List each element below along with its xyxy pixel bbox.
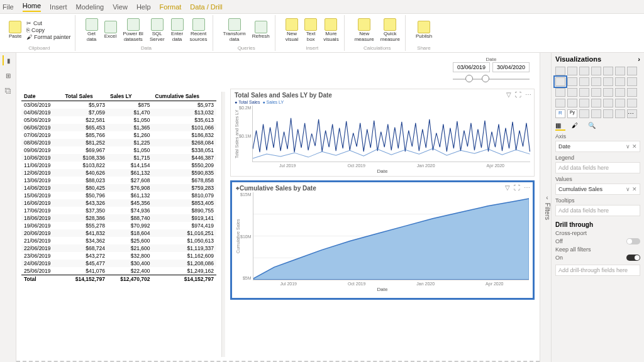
viz-pie[interactable] — [567, 88, 577, 97]
table-row[interactable]: 09/06/2019$69,967$1,050$338,051 — [21, 146, 216, 154]
date-slicer[interactable]: Date 03/06/2019 30/04/2020 — [453, 57, 530, 85]
table-row[interactable]: 22/06/2019$68,724$21,600$1,119,337 — [21, 244, 216, 252]
viz-r[interactable]: R — [555, 109, 565, 118]
filter-icon[interactable]: ▽ — [506, 91, 511, 98]
viz-funnel[interactable] — [627, 77, 637, 86]
recent-sources-button[interactable]: Recent sources — [189, 17, 209, 44]
slicer-from[interactable]: 03/06/2019 — [453, 62, 490, 72]
table-row[interactable]: 19/06/2019$55,278$70,992$974,419 — [21, 222, 216, 229]
area-chart-visual[interactable]: ⌖Cumulative Sales by Date ▽ ⛶ ⋯ Cumulati… — [230, 180, 535, 300]
viz-more[interactable]: ⋯ — [627, 109, 637, 118]
pbi-datasets-button[interactable]: Power BI datasets — [122, 17, 145, 44]
viz-donut[interactable] — [579, 88, 589, 97]
slicer-handle-right[interactable] — [482, 75, 489, 82]
values-well[interactable]: Cumulative Sales∨ ✕ — [555, 184, 640, 195]
table-row[interactable]: 06/06/2019$65,453$1,365$101,066 — [21, 124, 216, 131]
table-header[interactable]: Cumulative Sales — [153, 92, 216, 101]
viz-slicer[interactable] — [603, 99, 613, 107]
viz-card[interactable] — [567, 99, 577, 107]
table-scrollbar[interactable] — [221, 92, 225, 357]
viz-filled-map[interactable] — [615, 88, 625, 97]
table-row[interactable]: 08/06/2019$81,252$1,225$268,084 — [21, 139, 216, 146]
table-row[interactable]: 05/06/2019$22,581$1,050$35,613 — [21, 116, 216, 124]
viz-scatter[interactable] — [555, 88, 565, 97]
viz-ribbon[interactable] — [603, 77, 613, 86]
excel-button[interactable]: Excel — [103, 19, 118, 41]
sql-server-button[interactable]: SQL Server — [148, 17, 166, 44]
viz-import[interactable] — [615, 109, 625, 118]
table-row[interactable]: 20/06/2019$41,832$18,604$1,016,251 — [21, 229, 216, 237]
table-header[interactable]: Sales LY — [108, 92, 153, 101]
drill-through-well[interactable]: Add drill-through fields here — [555, 265, 640, 276]
viz-stacked-column[interactable] — [567, 67, 577, 75]
viz-key-influencers[interactable] — [579, 109, 589, 118]
viz-gauge[interactable] — [555, 99, 565, 107]
table-row[interactable]: 17/06/2019$37,350$74,936$890,755 — [21, 207, 216, 214]
slicer-handle-left[interactable] — [465, 75, 473, 82]
cross-report-toggle[interactable] — [626, 238, 640, 244]
enter-data-button[interactable]: Enter data — [170, 17, 185, 44]
more-icon[interactable]: ⋯ — [525, 91, 531, 98]
table-row[interactable]: 16/06/2019$43,326$45,356$853,405 — [21, 199, 216, 207]
report-view-icon[interactable]: ▮ — [3, 55, 13, 65]
viz-py[interactable]: Py — [567, 109, 577, 118]
new-measure-button[interactable]: New measure — [353, 17, 375, 44]
filters-pane-collapsed[interactable]: ‹ Filters — [540, 53, 551, 362]
viz-clustered-column[interactable] — [591, 67, 601, 75]
table-row[interactable]: 13/06/2019$88,023$27,608$678,858 — [21, 177, 216, 184]
viz-map[interactable] — [603, 88, 613, 97]
table-row[interactable]: 12/06/2019$40,626$61,132$590,835 — [21, 169, 216, 177]
filter-icon[interactable]: ▽ — [505, 184, 510, 191]
menu-view[interactable]: View — [113, 3, 128, 11]
viz-kpi[interactable] — [591, 99, 601, 107]
table-row[interactable]: 07/06/2019$85,766$1,260$186,832 — [21, 131, 216, 139]
viz-waterfall[interactable] — [615, 77, 625, 86]
viz-clustered-bar[interactable] — [579, 67, 589, 75]
format-tab[interactable]: 🖌 — [572, 122, 582, 131]
menu-home[interactable]: Home — [23, 2, 41, 12]
table-visual[interactable]: DateTotal SalesSales LYCumulative Sales … — [21, 92, 216, 357]
menu-data-drill[interactable]: Data / Drill — [190, 3, 222, 11]
axis-well[interactable]: Date∨ ✕ — [555, 141, 640, 152]
viz-treemap[interactable] — [591, 88, 601, 97]
model-view-icon[interactable]: ⿻ — [3, 85, 13, 96]
table-header[interactable]: Total Sales — [62, 92, 108, 101]
viz-area[interactable] — [555, 77, 565, 86]
table-row[interactable]: 11/06/2019$103,822$14,154$550,209 — [21, 162, 216, 169]
focus-icon[interactable]: ⛶ — [514, 184, 520, 191]
report-canvas[interactable]: DateTotal SalesSales LYCumulative Sales … — [16, 53, 540, 362]
viz-100-column[interactable] — [615, 67, 625, 75]
table-row[interactable]: 15/06/2019$50,796$61,132$810,079 — [21, 192, 216, 199]
table-header[interactable]: Date — [21, 92, 62, 101]
viz-line-clustered-column[interactable] — [591, 77, 601, 86]
paste-button[interactable]: Paste — [8, 19, 23, 41]
viz-multi-card[interactable] — [579, 99, 589, 107]
fields-tab[interactable]: ▦ — [555, 122, 565, 131]
analytics-tab[interactable]: 🔍 — [588, 122, 598, 131]
table-row[interactable]: 04/06/2019$7,059$1,470$13,032 — [21, 109, 216, 116]
refresh-button[interactable]: Refresh — [251, 19, 271, 41]
viz-stacked-area[interactable] — [567, 77, 577, 86]
cut-button[interactable]: ✂ Cut — [26, 20, 70, 26]
table-row[interactable]: 03/06/2019$5,973$875$5,973 — [21, 101, 216, 109]
table-row[interactable]: 24/06/2019$45,477$30,400$1,208,086 — [21, 260, 216, 267]
new-visual-button[interactable]: New visual — [284, 17, 299, 44]
viz-100-bar[interactable] — [603, 67, 613, 75]
table-row[interactable]: 25/06/2019$41,076$22,400$1,249,162 — [21, 267, 216, 275]
menu-help[interactable]: Help — [136, 3, 151, 11]
copy-button[interactable]: ⎘ Copy — [26, 27, 70, 33]
table-row[interactable]: 10/06/2019$108,336$1,715$446,387 — [21, 154, 216, 162]
table-row[interactable]: 14/06/2019$80,425$76,908$759,283 — [21, 184, 216, 192]
viz-stacked-bar[interactable] — [555, 67, 565, 75]
quick-measure-button[interactable]: Quick measure — [379, 17, 401, 44]
text-box-button[interactable]: Text box — [303, 17, 318, 44]
more-visuals-button[interactable]: More visuals — [322, 17, 340, 44]
tooltips-well[interactable]: Add data fields here — [555, 205, 640, 216]
slicer-to[interactable]: 30/04/2020 — [492, 62, 530, 72]
viz-decomposition[interactable] — [591, 109, 601, 118]
menu-format[interactable]: Format — [160, 3, 182, 11]
menu-insert[interactable]: Insert — [50, 3, 67, 11]
viz-matrix[interactable] — [627, 99, 637, 107]
viz-qa[interactable] — [603, 109, 613, 118]
table-row[interactable]: 18/06/2019$28,386$88,740$919,141 — [21, 214, 216, 222]
